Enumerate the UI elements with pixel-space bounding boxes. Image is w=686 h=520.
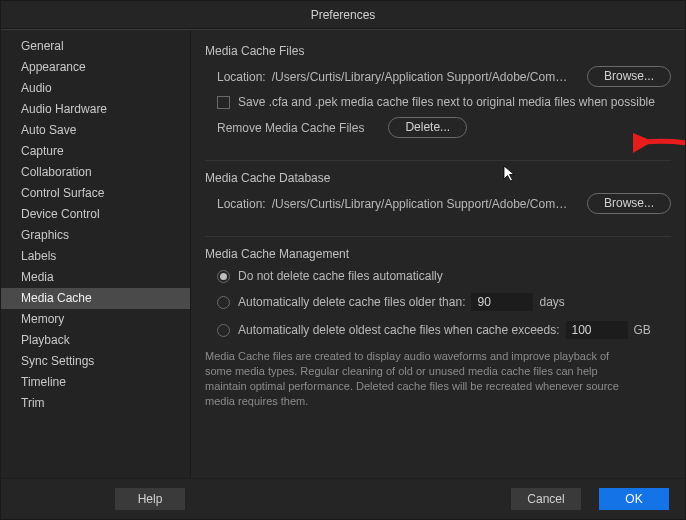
sidebar-item[interactable]: Playback: [1, 330, 190, 351]
location-label: Location:: [217, 197, 266, 211]
radio-option-older-than[interactable]: Automatically delete cache files older t…: [205, 293, 671, 311]
checkbox-row[interactable]: Save .cfa and .pek media cache files nex…: [205, 95, 671, 109]
delete-button[interactable]: Delete...: [388, 117, 467, 138]
gb-input[interactable]: [566, 321, 628, 339]
location-label: Location:: [217, 70, 266, 84]
section-title: Media Cache Files: [205, 44, 671, 58]
unit-label: days: [539, 295, 564, 309]
sidebar-item[interactable]: Appearance: [1, 57, 190, 78]
sidebar-item[interactable]: Media Cache: [1, 288, 190, 309]
browse-button[interactable]: Browse...: [587, 193, 671, 214]
radio[interactable]: [217, 270, 230, 283]
sidebar: GeneralAppearanceAudioAudio HardwareAuto…: [1, 30, 191, 478]
preferences-dialog: Preferences GeneralAppearanceAudioAudio …: [0, 0, 686, 520]
radio-label: Automatically delete cache files older t…: [238, 295, 465, 309]
radio-option-exceeds[interactable]: Automatically delete oldest cache files …: [205, 321, 671, 339]
radio-option-no-delete[interactable]: Do not delete cache files automatically: [205, 269, 671, 283]
radio-label: Automatically delete oldest cache files …: [238, 323, 560, 337]
location-path: /Users/Curtis/Library/Application Suppor…: [272, 70, 573, 84]
unit-label: GB: [634, 323, 651, 337]
ok-button[interactable]: OK: [599, 488, 669, 510]
location-row: Location: /Users/Curtis/Library/Applicat…: [205, 66, 671, 87]
dialog-footer: Help Cancel OK: [1, 479, 685, 519]
section-title: Media Cache Management: [205, 247, 671, 261]
content-panel: Media Cache Files Location: /Users/Curti…: [191, 30, 685, 478]
sidebar-item[interactable]: Media: [1, 267, 190, 288]
sidebar-item[interactable]: Sync Settings: [1, 351, 190, 372]
radio[interactable]: [217, 296, 230, 309]
browse-button[interactable]: Browse...: [587, 66, 671, 87]
sidebar-item[interactable]: General: [1, 36, 190, 57]
help-button[interactable]: Help: [115, 488, 185, 510]
sidebar-item[interactable]: Control Surface: [1, 183, 190, 204]
remove-label: Remove Media Cache Files: [217, 121, 364, 135]
sidebar-item[interactable]: Timeline: [1, 372, 190, 393]
sidebar-item[interactable]: Auto Save: [1, 120, 190, 141]
section-media-cache-management: Media Cache Management Do not delete cac…: [205, 247, 671, 423]
sidebar-item[interactable]: Collaboration: [1, 162, 190, 183]
section-title: Media Cache Database: [205, 171, 671, 185]
location-row: Location: /Users/Curtis/Library/Applicat…: [205, 193, 671, 214]
section-media-cache-database: Media Cache Database Location: /Users/Cu…: [205, 171, 671, 237]
cancel-button[interactable]: Cancel: [511, 488, 581, 510]
section-media-cache-files: Media Cache Files Location: /Users/Curti…: [205, 44, 671, 161]
sidebar-item[interactable]: Audio: [1, 78, 190, 99]
sidebar-item[interactable]: Capture: [1, 141, 190, 162]
dialog-title: Preferences: [1, 1, 685, 29]
help-text: Media Cache files are created to display…: [205, 349, 635, 409]
remove-row: Remove Media Cache Files Delete...: [205, 117, 671, 138]
sidebar-item[interactable]: Device Control: [1, 204, 190, 225]
sidebar-item[interactable]: Graphics: [1, 225, 190, 246]
dialog-body: GeneralAppearanceAudioAudio HardwareAuto…: [1, 29, 685, 479]
sidebar-item[interactable]: Trim: [1, 393, 190, 414]
days-input[interactable]: [471, 293, 533, 311]
sidebar-item[interactable]: Audio Hardware: [1, 99, 190, 120]
save-next-to-media-checkbox[interactable]: [217, 96, 230, 109]
sidebar-item[interactable]: Memory: [1, 309, 190, 330]
radio-label: Do not delete cache files automatically: [238, 269, 443, 283]
radio[interactable]: [217, 324, 230, 337]
sidebar-item[interactable]: Labels: [1, 246, 190, 267]
checkbox-label: Save .cfa and .pek media cache files nex…: [238, 95, 655, 109]
location-path: /Users/Curtis/Library/Application Suppor…: [272, 197, 573, 211]
